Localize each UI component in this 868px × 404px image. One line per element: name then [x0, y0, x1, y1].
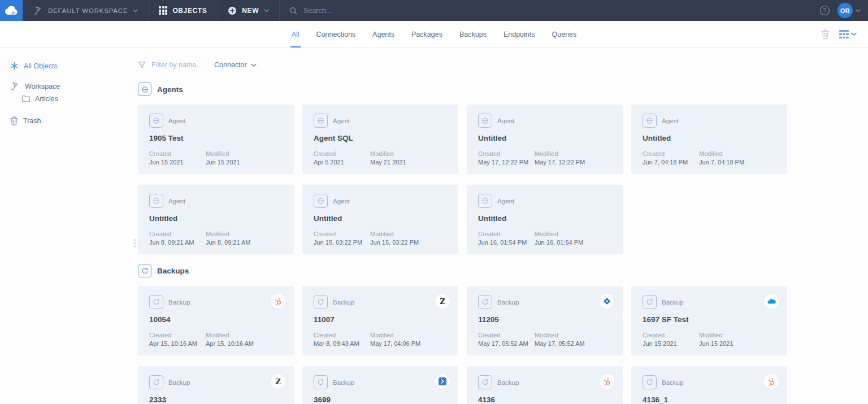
user-menu[interactable]: OR: [837, 3, 861, 18]
help-button[interactable]: ?: [819, 5, 830, 16]
sidebar-item-all-objects[interactable]: All Objects: [0, 60, 138, 72]
workspace-flag-icon: [33, 6, 43, 15]
modified-label: Modified: [206, 150, 258, 158]
sidebar-item-workspace[interactable]: Workspace: [0, 80, 138, 92]
object-card[interactable]: Backup 1697 SF Test Created Jun 15 2021 …: [631, 286, 787, 355]
tab-connections[interactable]: Connections: [315, 21, 357, 47]
agent-section-icon: [138, 82, 151, 96]
new-button[interactable]: NEW: [218, 0, 280, 21]
card-title: Untitled: [643, 134, 776, 142]
created-value: Mar 8, 09:43 AM: [314, 340, 366, 348]
search-input[interactable]: [302, 6, 542, 15]
modified-value: May 17, 05:52 AM: [535, 340, 587, 348]
objects-grid-icon: [159, 6, 167, 15]
object-card[interactable]: Backup 10054 Created Apr 15, 10:16 AM Mo…: [138, 286, 294, 355]
object-card[interactable]: Agent Agent SQL Created Apr 5 2021 Modif…: [302, 105, 458, 174]
object-card[interactable]: Backup 4136 Created Modified: [467, 366, 623, 404]
card-type-label: Agent: [333, 198, 350, 205]
sidebar-item-label: Articles: [35, 95, 58, 103]
object-card[interactable]: Agent Untitled Created Jun 8, 09:21 AM M…: [138, 185, 294, 254]
blue-diamond-icon: [600, 294, 614, 309]
card-type-label: Backup: [662, 299, 683, 306]
filter-by-name-input[interactable]: [150, 60, 202, 69]
backup-type-icon: [643, 375, 657, 389]
tab-backups[interactable]: Backups: [458, 21, 488, 47]
tab-agents[interactable]: Agents: [371, 21, 396, 47]
created-value: Jun 15 2021: [643, 340, 695, 348]
app-logo[interactable]: [0, 0, 23, 21]
modified-label: Modified: [535, 230, 587, 238]
object-card[interactable]: Backup 11205 Created May 17, 05:52 AM Mo…: [467, 286, 623, 355]
object-card[interactable]: Backup 4136_1 Created Modified: [631, 366, 787, 404]
zendesk-icon: Z: [271, 374, 285, 389]
delete-button[interactable]: [821, 29, 830, 39]
hubspot-icon: [271, 294, 285, 309]
modified-label: Modified: [535, 150, 587, 158]
object-card[interactable]: Agent Untitled Created Jun 7, 04:18 PM M…: [631, 105, 787, 174]
connector-filter-dropdown[interactable]: Connector: [214, 61, 257, 69]
modified-label: Modified: [699, 150, 751, 158]
backup-type-icon: [149, 375, 163, 389]
object-card[interactable]: Backup 2333 Created Modified Z: [138, 366, 294, 404]
agent-type-icon: [149, 114, 163, 128]
object-card[interactable]: Backup 3699 Created Modified: [302, 366, 458, 404]
hubspot-icon: [764, 374, 779, 389]
created-label: Created: [478, 230, 530, 238]
object-card[interactable]: Agent Untitled Created Jun 15, 03:22 PM …: [302, 185, 458, 254]
object-card[interactable]: Agent Untitled Created Jun 16, 01:54 PM …: [467, 185, 623, 254]
created-value: Apr 15, 10:16 AM: [149, 340, 201, 348]
modified-value: Apr 15, 10:16 AM: [206, 340, 258, 348]
modified-value: Jun 7, 04:18 PM: [699, 158, 751, 167]
agent-type-icon: [478, 114, 492, 128]
card-title: Untitled: [149, 214, 283, 223]
object-card[interactable]: Agent 1905 Test Created Jun 15 2021 Modi…: [138, 105, 294, 174]
object-card[interactable]: Backup 11007 Created Mar 8, 09:43 AM Mod…: [302, 286, 458, 355]
created-value: Jun 16, 01:54 PM: [478, 238, 530, 247]
sidebar-resize-handle[interactable]: [132, 237, 138, 250]
modified-value: Jun 16, 01:54 PM: [535, 238, 587, 247]
modified-label: Modified: [206, 230, 258, 238]
card-title: 2333: [149, 396, 283, 404]
workspace-switcher[interactable]: DEFAULT WORKSPACE: [23, 0, 149, 21]
modified-label: Modified: [370, 331, 422, 340]
zendesk-icon: Z: [435, 294, 450, 309]
tab-all[interactable]: All: [290, 21, 301, 47]
card-type-label: Backup: [333, 379, 354, 386]
card-title: 1905 Test: [149, 134, 283, 142]
sidebar-item-articles[interactable]: Articles: [0, 93, 138, 105]
object-type-tabbar: All Connections Agents Packages Backups …: [0, 21, 868, 48]
modified-value: Jun 15 2021: [699, 340, 751, 348]
salesforce-icon: [764, 294, 779, 309]
nav-objects-button[interactable]: OBJECTS: [149, 0, 218, 21]
view-switcher[interactable]: [839, 30, 857, 38]
agent-type-icon: [478, 194, 492, 208]
backup-type-icon: [314, 295, 328, 309]
top-navbar: DEFAULT WORKSPACE OBJECTS NEW: [0, 0, 868, 21]
backup-section-icon: [138, 264, 151, 277]
created-label: Created: [314, 230, 366, 238]
tab-endpoints[interactable]: Endpoints: [502, 21, 536, 47]
tab-packages[interactable]: Packages: [410, 21, 444, 47]
card-grid: Backup 10054 Created Apr 15, 10:16 AM Mo…: [138, 286, 868, 404]
modified-value: May 21 2021: [370, 158, 422, 167]
card-type-label: Agent: [168, 118, 185, 124]
grid-view-icon: [839, 30, 849, 38]
section-title: Backups: [157, 267, 189, 275]
blue-arrow-icon: [435, 374, 450, 389]
trash-icon: [821, 29, 830, 39]
object-type-tabs: All Connections Agents Packages Backups …: [0, 21, 868, 47]
agent-type-icon: [314, 194, 328, 208]
card-type-label: Agent: [662, 118, 679, 124]
object-card[interactable]: Agent Untitled Created May 17, 12:22 PM …: [467, 105, 623, 174]
card-type-label: Agent: [497, 198, 514, 205]
agent-type-icon: [314, 114, 328, 128]
svg-text:?: ?: [823, 7, 827, 14]
tab-queries[interactable]: Queries: [551, 21, 578, 47]
asterisk-icon: [10, 62, 19, 70]
sidebar-item-trash[interactable]: Trash: [0, 115, 138, 127]
card-title: 1697 SF Test: [643, 315, 776, 324]
modified-value: May 17, 12:22 PM: [535, 158, 587, 167]
chevron-down-icon: [133, 9, 138, 12]
created-value: Jun 7, 04:18 PM: [643, 158, 695, 167]
objects-label: OBJECTS: [172, 7, 207, 15]
